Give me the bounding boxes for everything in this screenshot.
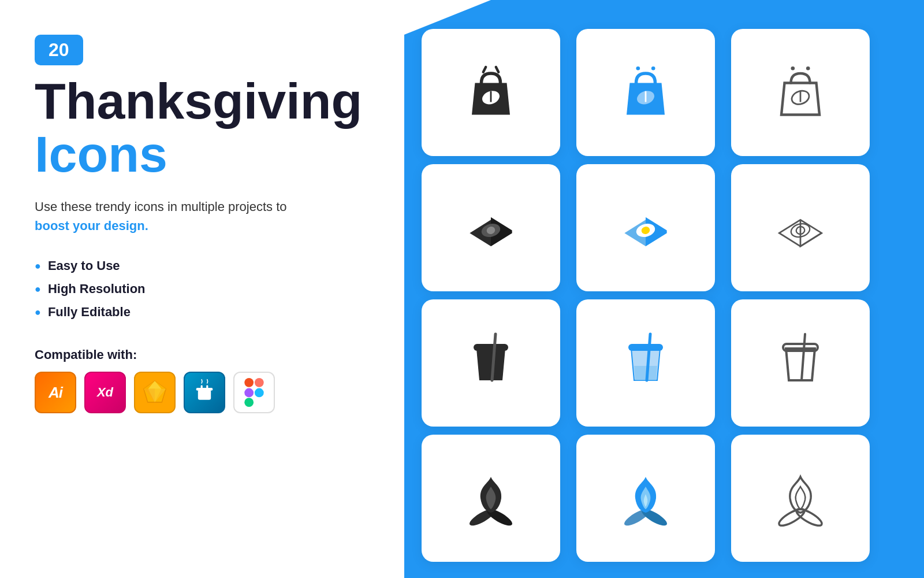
- icon-card-toast-color: [576, 164, 715, 291]
- app-icon-craft: [184, 372, 225, 413]
- count-badge: 20: [35, 35, 83, 65]
- fire-glyph-icon: [459, 466, 523, 530]
- svg-point-27: [806, 66, 810, 71]
- bucket-color-icon: [614, 331, 677, 395]
- description-main: Use these trendy icons in multiple proje…: [35, 199, 287, 214]
- svg-rect-10: [196, 388, 213, 391]
- svg-rect-14: [255, 378, 264, 387]
- toast-outline-icon: [769, 196, 832, 260]
- icon-card-toast-glyph: [422, 164, 560, 291]
- icon-card-bucket-glyph: [422, 299, 560, 427]
- icon-card-bag-color: [576, 29, 715, 156]
- svg-point-22: [636, 66, 640, 71]
- svg-rect-15: [244, 388, 254, 398]
- fire-color-icon: [614, 466, 677, 530]
- svg-rect-12: [206, 385, 208, 388]
- bag-glyph-icon: [459, 61, 523, 124]
- svg-rect-38: [628, 344, 663, 351]
- svg-rect-13: [244, 378, 254, 387]
- svg-rect-36: [474, 344, 508, 351]
- icon-card-bag-outline: [731, 29, 870, 156]
- description-text: Use these trendy icons in multiple proje…: [35, 197, 312, 235]
- left-panel: 20 Thanksgiving Icons Use these trendy i…: [35, 35, 370, 413]
- app-icon-xd: Xd: [84, 372, 126, 413]
- bucket-glyph-icon: [459, 331, 523, 395]
- compatible-label: Compatible with:: [35, 347, 370, 362]
- svg-line-41: [802, 334, 805, 380]
- bag-outline-icon: [769, 61, 832, 124]
- features-list: Easy to Use High Resolution Fully Editab…: [35, 258, 370, 320]
- icon-card-bag-glyph: [422, 29, 560, 156]
- feature-item-1: Easy to Use: [35, 258, 370, 273]
- toast-glyph-icon: [459, 196, 523, 260]
- app-icon-sketch: [134, 372, 176, 413]
- figma-svg: [244, 377, 264, 407]
- sketch-svg: [141, 379, 168, 406]
- description-highlight: boost your design.: [35, 218, 148, 233]
- svg-point-23: [651, 66, 655, 71]
- ai-label: Ai: [49, 384, 62, 402]
- icon-card-bucket-outline: [731, 299, 870, 427]
- icon-card-fire-outline: [731, 435, 870, 562]
- svg-line-18: [483, 67, 486, 72]
- craft-svg: [191, 379, 218, 406]
- app-icon-figma: [233, 372, 275, 413]
- feature-item-3: Fully Editable: [35, 305, 370, 320]
- title-line1: Thanksgiving: [35, 76, 370, 127]
- app-icons-row: Ai Xd: [35, 372, 370, 413]
- svg-point-26: [791, 66, 795, 71]
- toast-color-icon: [614, 196, 677, 260]
- bucket-outline-icon: [769, 331, 832, 395]
- svg-rect-11: [201, 385, 203, 388]
- svg-point-17: [255, 388, 264, 398]
- title-line2: Icons: [35, 129, 370, 180]
- icon-card-toast-outline: [731, 164, 870, 291]
- feature-item-2: High Resolution: [35, 281, 370, 297]
- svg-line-19: [496, 67, 498, 72]
- icons-grid: [410, 17, 889, 573]
- icon-card-fire-glyph: [422, 435, 560, 562]
- svg-rect-16: [244, 398, 254, 407]
- xd-label: Xd: [97, 385, 113, 400]
- svg-rect-9: [198, 390, 211, 400]
- bag-color-icon: [614, 61, 677, 124]
- icon-card-fire-color: [576, 435, 715, 562]
- fire-outline-icon: [769, 466, 832, 530]
- app-icon-illustrator: Ai: [35, 372, 76, 413]
- icon-card-bucket-color: [576, 299, 715, 427]
